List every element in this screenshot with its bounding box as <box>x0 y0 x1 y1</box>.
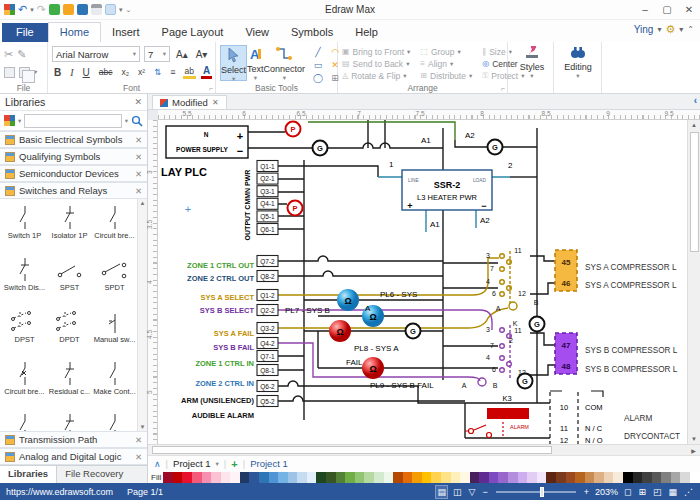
add-page-button[interactable]: + <box>231 458 237 470</box>
tab-insert[interactable]: Insert <box>101 23 151 42</box>
palette-swatch[interactable] <box>498 472 508 483</box>
palette-swatch[interactable] <box>566 472 576 483</box>
zoom-level[interactable]: 203% <box>595 487 618 497</box>
alarm-relay[interactable]: K3 ALARM <box>465 394 529 438</box>
search-icon[interactable] <box>131 115 143 127</box>
library-item-switches-relays[interactable]: Switches and Relays✕ <box>0 182 147 199</box>
terminal-block-sys-b[interactable]: 47 48 <box>555 333 577 374</box>
paste-icon[interactable] <box>4 67 15 78</box>
vertical-scrollbar[interactable]: ▲ ▼ <box>687 120 700 444</box>
palette-swatch[interactable] <box>297 472 307 483</box>
redo-icon[interactable]: ↷ <box>37 4 46 15</box>
palette-swatch[interactable] <box>508 472 518 483</box>
rectangle-tool-icon[interactable]: ▭ <box>311 60 325 72</box>
library-search-input[interactable] <box>24 114 121 128</box>
save-icon[interactable] <box>77 4 88 15</box>
status-url[interactable]: https://www.edrawsoft.com <box>6 487 113 497</box>
italic-button[interactable]: I <box>68 67 75 78</box>
bring-to-front-button[interactable]: ▣Bring to Front▾ <box>342 46 410 57</box>
palette-swatch[interactable] <box>422 472 432 483</box>
palette-swatch[interactable] <box>336 472 346 483</box>
symbol-extra-2[interactable] <box>47 409 92 431</box>
palette-swatch[interactable] <box>355 472 365 483</box>
vertical-scroll-thumb[interactable] <box>690 132 699 252</box>
palette-swatch[interactable] <box>202 472 212 483</box>
horizontal-scroll-thumb[interactable] <box>152 446 552 454</box>
palette-swatch[interactable] <box>594 472 604 483</box>
palette-swatch[interactable] <box>211 472 221 483</box>
palette-swatch[interactable] <box>230 472 240 483</box>
customize-toolbar-icon[interactable]: ⌄ <box>125 6 131 14</box>
palette-swatch[interactable] <box>537 472 547 483</box>
palette-swatch[interactable] <box>460 472 470 483</box>
palette-swatch[interactable] <box>173 472 183 483</box>
palette-swatch[interactable] <box>163 472 173 483</box>
palette-swatch[interactable] <box>326 472 336 483</box>
palette-swatch[interactable] <box>604 472 614 483</box>
select-tool-button[interactable]: Select▾ <box>220 45 247 81</box>
account-dropdown[interactable]: ▾ <box>657 25 661 34</box>
palette-swatch[interactable] <box>364 472 374 483</box>
palette-swatch[interactable] <box>451 472 461 483</box>
symbol-circuit-breaker-2[interactable]: Circuit bre... <box>2 357 47 409</box>
arrange-dialog-launcher[interactable]: ⌐ <box>501 85 505 92</box>
rotate-flip-button[interactable]: ◬Rotate & Flip▾ <box>342 70 410 81</box>
text-tool-button[interactable]: A Text▾ <box>247 45 264 81</box>
undo-dropdown[interactable]: ▾ <box>30 6 34 14</box>
zoom-in-button[interactable]: + <box>583 486 590 498</box>
palette-swatch[interactable] <box>316 472 326 483</box>
line-spacing-icon[interactable]: ⇅ <box>152 67 163 77</box>
increase-font-icon[interactable]: A▴ <box>174 49 190 60</box>
settings-dropdown[interactable]: ▾ <box>679 25 683 34</box>
resize-grip[interactable]: ⋰ <box>683 486 694 498</box>
symbol-dpst[interactable]: DPST <box>2 305 47 357</box>
preview-icon[interactable] <box>105 4 116 15</box>
page-selector-dropdown[interactable]: ▾ <box>216 460 219 468</box>
palette-swatch[interactable] <box>182 472 192 483</box>
library-close-icon[interactable]: ✕ <box>135 435 142 445</box>
library-menu-dropdown[interactable]: ▾ <box>18 117 21 125</box>
library-item-transmission-path[interactable]: Transmission Path✕ <box>0 431 147 448</box>
library-menu-icon[interactable] <box>4 115 15 126</box>
styles-button[interactable]: Styles▾ <box>512 45 552 80</box>
send-to-back-button[interactable]: ▤Send to Back▾ <box>342 58 410 69</box>
palette-swatch[interactable] <box>633 472 643 483</box>
undo-icon[interactable]: ↶ <box>18 4 27 15</box>
palette-swatch[interactable] <box>613 472 623 483</box>
font-name-select[interactable]: Arial Narrow▾ <box>52 46 140 62</box>
underline-button[interactable]: U <box>81 67 92 78</box>
print-icon[interactable] <box>91 4 102 15</box>
strikethrough-button[interactable]: abc <box>97 67 115 77</box>
highlight-color-button[interactable]: ab <box>183 66 196 79</box>
palette-swatch[interactable] <box>345 472 355 483</box>
library-item-qualifying[interactable]: Qualifying Symbols✕ <box>0 148 147 165</box>
document-close-icon[interactable]: ✕ <box>212 98 219 107</box>
search-history-dropdown[interactable]: ▾ <box>125 117 128 125</box>
grid-icon[interactable]: ▦ <box>667 486 678 498</box>
palette-swatch[interactable] <box>470 472 480 483</box>
align-button[interactable]: ≡Align▾ <box>420 58 472 69</box>
normal-view-icon[interactable]: ▤ <box>436 486 447 498</box>
palette-swatch[interactable] <box>661 472 671 483</box>
symbol-switch-1p[interactable]: Switch 1P <box>2 201 47 253</box>
palette-swatch[interactable] <box>585 472 595 483</box>
library-close-icon[interactable]: ✕ <box>135 186 142 196</box>
palette-swatch[interactable] <box>221 472 231 483</box>
palette-swatch[interactable] <box>479 472 489 483</box>
library-close-icon[interactable]: ✕ <box>135 169 142 179</box>
decrease-font-icon[interactable]: A▾ <box>194 49 210 60</box>
palette-swatch[interactable] <box>307 472 317 483</box>
tab-help[interactable]: Help <box>344 23 389 42</box>
fit-page-icon[interactable]: ◻ <box>623 486 632 498</box>
horizontal-scrollbar[interactable]: ▶ <box>148 444 700 455</box>
close-button[interactable]: ✕ <box>678 4 700 15</box>
superscript-button[interactable]: x² <box>136 67 147 77</box>
page-tab-project-1[interactable]: Project 1 <box>250 458 288 469</box>
page-selector[interactable]: Project 1 <box>173 458 211 469</box>
zoom-select-icon[interactable]: ◰ <box>652 486 663 498</box>
drawing-canvas[interactable]: N POWER SUPPLY + − LAY PLC OUTPUT CMMN P… <box>158 120 687 444</box>
power-supply-box[interactable]: N POWER SUPPLY + − <box>166 126 248 158</box>
tab-view[interactable]: View <box>234 23 280 42</box>
palette-swatch[interactable] <box>556 472 566 483</box>
bullet-list-icon[interactable]: ≡ <box>168 67 177 77</box>
